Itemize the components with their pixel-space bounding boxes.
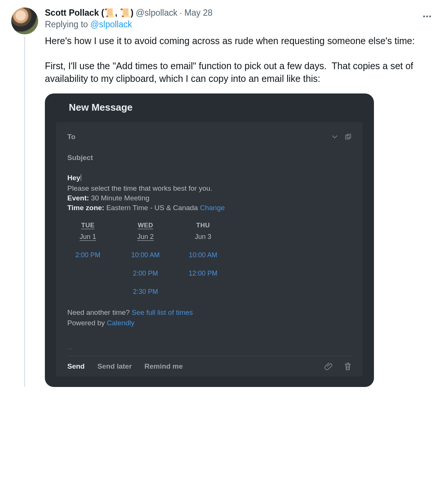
svg-point-1 (426, 16, 428, 18)
svg-point-2 (429, 16, 431, 18)
svg-point-0 (423, 16, 425, 18)
thread-line (24, 37, 25, 387)
composer-body: To Subject Hey Please select the time th… (56, 122, 363, 377)
reply-mention[interactable]: @slpollack (90, 19, 132, 29)
avatar[interactable] (11, 7, 38, 34)
tweet-content: Scott Pollack (📜, 📜) @slpollack · May 28… (45, 7, 434, 387)
day-column: WEDJun 210:00 AM2:00 PM2:30 PM (129, 222, 162, 296)
tweet-header: Scott Pollack (📜, 📜) @slpollack · May 28 (45, 7, 434, 19)
composer-editor[interactable]: Hey Please select the time that works be… (67, 174, 352, 351)
event-line: Event: 30 Minute Meeting (67, 194, 352, 202)
day-column: THUJun 310:00 AM12:00 PM (186, 222, 220, 296)
event-key: Event: (67, 194, 89, 202)
svg-rect-4 (347, 134, 351, 138)
avatar-column (11, 7, 38, 387)
time-grid: TUEJun 12:00 PMWEDJun 210:00 AM2:00 PM2:… (71, 222, 352, 296)
day-name: TUE (71, 222, 105, 229)
day-name: THU (186, 222, 220, 229)
handle[interactable]: @slpollack (136, 7, 178, 19)
time-slot[interactable]: 12:00 PM (186, 270, 220, 277)
popout-icon[interactable] (345, 133, 352, 140)
greeting: Hey (67, 174, 81, 182)
day-name: WED (129, 222, 162, 229)
reply-context: Replying to @slpollack (45, 19, 434, 30)
more-icon (423, 15, 431, 18)
time-slot[interactable]: 10:00 AM (186, 251, 220, 259)
dot-separator: · (180, 7, 182, 19)
remind-me-button[interactable]: Remind me (144, 362, 182, 371)
need-prefix: Need another time? (67, 308, 132, 316)
chevron-down-icon[interactable] (331, 133, 338, 140)
full-list-link[interactable]: See full list of times (132, 308, 193, 316)
actions-left: Send Send later Remind me (67, 362, 183, 371)
svg-rect-3 (346, 135, 349, 139)
tweet-body: Here's how I use it to avoid coming acro… (45, 35, 434, 85)
powered-by: Powered by Calendly (67, 319, 352, 327)
display-name[interactable]: Scott Pollack (📜, 📜) (45, 7, 134, 19)
day-date: Jun 3 (186, 233, 220, 241)
to-label[interactable]: To (67, 130, 76, 143)
need-another-time: Need another time? See full list of time… (67, 308, 352, 317)
send-button[interactable]: Send (67, 362, 85, 371)
time-slot[interactable]: 2:00 PM (129, 270, 162, 277)
powered-prefix: Powered by (67, 319, 107, 327)
tz-value: Eastern Time - US & Canada (106, 204, 198, 212)
embedded-composer[interactable]: New Message To Subject Hey (45, 93, 374, 387)
send-later-button[interactable]: Send later (97, 362, 132, 371)
more-button[interactable] (420, 10, 434, 23)
time-slot[interactable]: 10:00 AM (129, 251, 162, 259)
tz-change-link[interactable]: Change (200, 204, 225, 212)
trash-icon[interactable] (344, 362, 352, 371)
tz-key: Time zone: (67, 204, 104, 212)
day-date: Jun 1 (71, 233, 105, 241)
attachment-icon[interactable] (325, 362, 333, 371)
event-value: 30 Minute Meeting (91, 194, 149, 202)
prompt-line: Please select the time that works best f… (67, 184, 352, 193)
composer-title: New Message (45, 93, 374, 122)
time-slot[interactable]: 2:00 PM (71, 251, 105, 259)
tweet: Scott Pollack (📜, 📜) @slpollack · May 28… (11, 7, 434, 387)
time-slot[interactable]: 2:30 PM (129, 288, 162, 296)
tweet-date[interactable]: May 28 (184, 7, 212, 19)
actions-right (325, 362, 352, 371)
collapsed-content-icon[interactable]: … (67, 344, 352, 350)
text-cursor (81, 174, 81, 181)
composer-actions: Send Send later Remind me (67, 356, 352, 371)
replying-prefix: Replying to (45, 19, 90, 29)
to-actions (331, 133, 352, 140)
subject-label[interactable]: Subject (67, 151, 352, 164)
day-column: TUEJun 12:00 PM (71, 222, 105, 296)
to-row: To (67, 130, 352, 143)
timezone-line: Time zone: Eastern Time - US & Canada Ch… (67, 204, 352, 212)
day-date: Jun 2 (129, 233, 162, 241)
calendly-link[interactable]: Calendly (107, 319, 135, 327)
